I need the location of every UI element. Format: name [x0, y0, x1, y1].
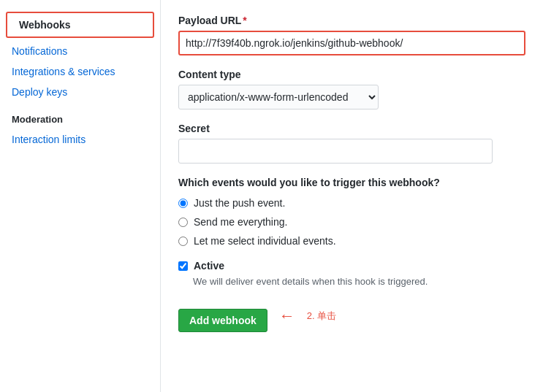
active-group: Active We will deliver event details whe… — [178, 260, 525, 287]
sidebar-item-interaction-limits[interactable]: Interaction limits — [0, 129, 160, 150]
radio-send-everything-input[interactable] — [178, 218, 188, 227]
payload-url-label: Payload URL* — [178, 15, 525, 26]
active-checkbox[interactable] — [178, 261, 188, 271]
secret-input[interactable] — [178, 139, 493, 164]
radio-individual-label: Let me select individual events. — [194, 235, 336, 247]
secret-group: Secret — [178, 123, 525, 164]
content-type-select[interactable]: application/x-www-form-urlencoded applic… — [178, 85, 379, 109]
payload-url-input[interactable] — [178, 31, 525, 55]
secret-label: Secret — [178, 123, 525, 134]
main-content: Payload URL* ↗ 1. ngrok生成的 ip Content ty… — [161, 0, 543, 392]
annotation-click: 2. 单击 — [307, 310, 336, 323]
content-type-label: Content type — [178, 69, 525, 80]
sidebar-item-integrations[interactable]: Integrations & services — [0, 61, 160, 82]
radio-group: Just the push event. Send me everything.… — [178, 197, 525, 247]
events-question: Which events would you like to trigger t… — [178, 177, 525, 188]
active-checkbox-row: Active — [178, 260, 525, 272]
payload-url-group: Payload URL* ↗ 1. ngrok生成的 ip — [178, 15, 525, 55]
radio-send-everything[interactable]: Send me everything. — [178, 216, 525, 228]
active-description: We will deliver event details when this … — [193, 276, 525, 287]
radio-just-push-input[interactable] — [178, 199, 188, 208]
webhooks-header: Webhooks — [6, 12, 154, 38]
events-group: Which events would you like to trigger t… — [178, 177, 525, 247]
button-row: Add webhook ← 2. 单击 — [178, 300, 525, 332]
radio-individual[interactable]: Let me select individual events. — [178, 235, 525, 247]
radio-send-everything-label: Send me everything. — [194, 216, 287, 228]
radio-just-push[interactable]: Just the push event. — [178, 197, 525, 209]
moderation-group-label: Moderation — [0, 102, 160, 129]
radio-individual-input[interactable] — [178, 237, 188, 246]
radio-just-push-label: Just the push event. — [194, 197, 285, 209]
active-label: Active — [194, 260, 224, 272]
required-star: * — [243, 15, 246, 26]
arrow-2-icon: ← — [279, 307, 295, 326]
content-type-group: Content type application/x-www-form-urle… — [178, 69, 525, 109]
sidebar-item-deploy-keys[interactable]: Deploy keys — [0, 82, 160, 102]
sidebar-item-notifications[interactable]: Notifications — [0, 41, 160, 61]
sidebar: Webhooks Notifications Integrations & se… — [0, 0, 161, 392]
add-webhook-button[interactable]: Add webhook — [178, 309, 267, 332]
